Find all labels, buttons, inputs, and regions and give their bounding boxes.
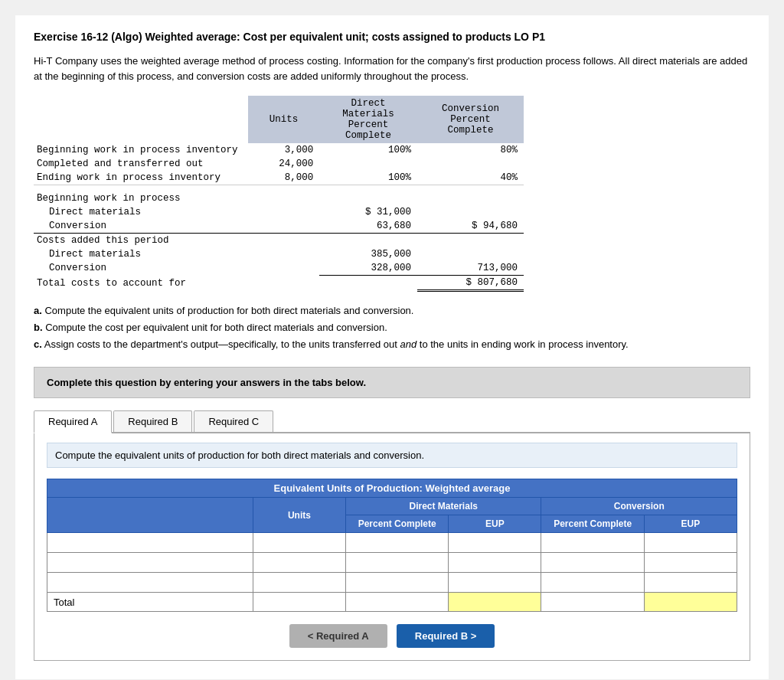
col-conv-pct: Percent Complete xyxy=(541,515,644,533)
table-row: Costs added this period xyxy=(34,234,524,248)
eup-title: Equivalent Units of Production: Weighted… xyxy=(47,479,737,498)
exercise-title: Exercise 16-12 (Algo) Weighted average: … xyxy=(34,31,750,43)
dm-eup-input[interactable] xyxy=(449,553,541,573)
dm-eup-input[interactable] xyxy=(449,573,541,593)
dm-pct-input[interactable] xyxy=(345,573,448,593)
table-row: Conversion 328,000 713,000 xyxy=(34,261,524,276)
row-label xyxy=(47,553,253,573)
eup-table: Equivalent Units of Production: Weighted… xyxy=(47,479,737,612)
tabs-row: Required A Required B Required C xyxy=(34,410,750,433)
total-dm-eup[interactable] xyxy=(449,593,541,612)
next-button[interactable]: Required B > xyxy=(397,624,495,648)
conv-pct-input[interactable] xyxy=(541,533,644,553)
info-table: Units DirectMaterialsPercentComplete Con… xyxy=(34,96,524,292)
instruction-c: Assign costs to the department's output—… xyxy=(44,338,629,350)
instruction-c-label: c. xyxy=(34,338,42,350)
total-label: Total xyxy=(47,593,253,612)
table-row: Direct materials $ 31,000 xyxy=(34,205,524,219)
conv-eup-input[interactable] xyxy=(644,533,737,553)
page-container: Exercise 16-12 (Algo) Weighted average: … xyxy=(15,15,769,679)
table-row: Beginning work in process inventory 3,00… xyxy=(34,143,524,157)
tab-instruction: Compute the equivalent units of producti… xyxy=(47,443,737,468)
table-row: Ending work in process inventory 8,000 1… xyxy=(34,171,524,185)
row-label xyxy=(47,573,253,593)
total-conv-eup[interactable] xyxy=(644,593,737,612)
dm-eup-input[interactable] xyxy=(449,533,541,553)
col-header-dm: Direct Materials xyxy=(345,498,541,515)
instruction-a-label: a. xyxy=(34,305,42,316)
dm-pct-input[interactable] xyxy=(345,553,448,573)
tab-required-c[interactable]: Required C xyxy=(194,410,273,432)
table-row: Total costs to account for $ 807,680 xyxy=(34,276,524,291)
prev-button[interactable]: < Required A xyxy=(289,624,387,648)
instruction-b-label: b. xyxy=(34,322,43,333)
dm-header: DirectMaterialsPercentComplete xyxy=(319,96,417,143)
total-row: Total xyxy=(47,593,737,612)
table-row xyxy=(47,553,737,573)
units-header: Units xyxy=(248,96,319,143)
units-input[interactable] xyxy=(253,533,345,553)
table-row xyxy=(47,533,737,553)
conv-eup-input[interactable] xyxy=(644,573,737,593)
tab-required-b[interactable]: Required B xyxy=(113,410,192,432)
units-input[interactable] xyxy=(253,553,345,573)
table-row: Conversion 63,680 $ 94,680 xyxy=(34,219,524,234)
eup-table-wrapper: Equivalent Units of Production: Weighted… xyxy=(47,479,737,612)
col-dm-pct: Percent Complete xyxy=(345,515,448,533)
intro-text: Hi-T Company uses the weighted average m… xyxy=(34,54,750,83)
units-input[interactable] xyxy=(253,573,345,593)
table-row xyxy=(47,573,737,593)
complete-box: Complete this question by entering your … xyxy=(34,367,750,398)
conv-header: ConversionPercentComplete xyxy=(417,96,524,143)
tab-content: Compute the equivalent units of producti… xyxy=(34,433,750,661)
total-units[interactable] xyxy=(253,593,345,612)
instruction-a: Compute the equivalent units of producti… xyxy=(44,305,413,316)
table-row: Beginning work in process xyxy=(34,185,524,206)
col-conv-eup: EUP xyxy=(644,515,737,533)
col-header-units: Units xyxy=(253,498,345,533)
buttons-row: < Required A Required B > xyxy=(47,624,737,648)
instructions: a. Compute the equivalent units of produ… xyxy=(34,302,750,353)
complete-text: Complete this question by entering your … xyxy=(47,377,366,388)
tab-required-a[interactable]: Required A xyxy=(34,410,112,433)
table-row: Direct materials 385,000 xyxy=(34,247,524,261)
col-header-conv: Conversion xyxy=(541,498,737,515)
conv-pct-input[interactable] xyxy=(541,573,644,593)
dm-pct-input[interactable] xyxy=(345,533,448,553)
table-row: Completed and transferred out 24,000 xyxy=(34,157,524,171)
row-label xyxy=(47,533,253,553)
conv-eup-input[interactable] xyxy=(644,553,737,573)
col-header-label xyxy=(47,498,253,533)
conv-pct-input[interactable] xyxy=(541,553,644,573)
col-dm-eup: EUP xyxy=(449,515,541,533)
instruction-b: Compute the cost per equivalent unit for… xyxy=(45,322,387,333)
